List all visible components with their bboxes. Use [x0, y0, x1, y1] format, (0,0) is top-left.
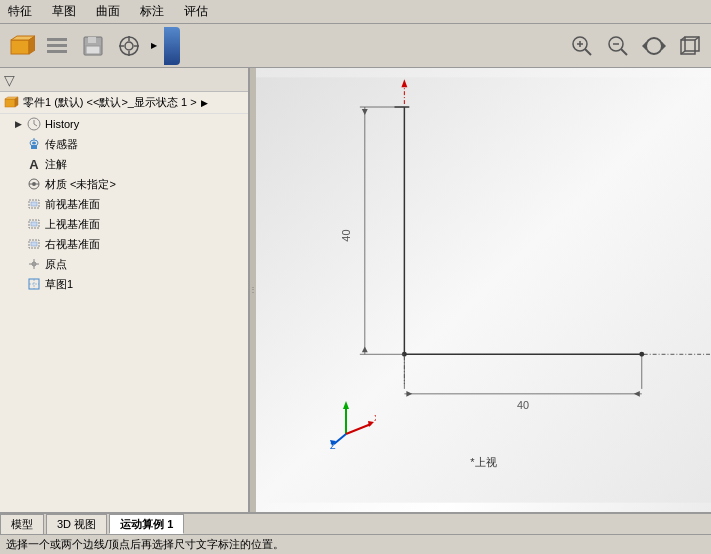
- status-text: 选择一个或两个边线/顶点后再选择尺寸文字标注的位置。: [6, 537, 284, 552]
- svg-line-20: [621, 49, 627, 55]
- sensor-icon: [26, 136, 42, 152]
- svg-text:40: 40: [517, 399, 529, 411]
- tab-model[interactable]: 模型: [0, 514, 44, 534]
- svg-rect-3: [47, 38, 67, 41]
- tree-item-right-plane[interactable]: 右视基准面: [0, 234, 248, 254]
- origin-icon: [26, 256, 42, 272]
- menu-evaluate[interactable]: 评估: [180, 2, 212, 21]
- bottom-tabs: 模型 3D 视图 运动算例 1: [0, 512, 711, 534]
- view-label: *上视: [470, 455, 496, 470]
- right-plane-label: 右视基准面: [45, 237, 100, 252]
- history-label: History: [45, 118, 79, 130]
- svg-rect-8: [86, 46, 100, 54]
- tab-motion-example[interactable]: 运动算例 1: [109, 514, 184, 534]
- svg-rect-4: [47, 44, 67, 47]
- sketch1-label: 草图1: [45, 277, 73, 292]
- part-header-arrow: ▶: [201, 98, 208, 108]
- part-header-icon: [4, 95, 20, 111]
- svg-marker-78: [343, 401, 349, 409]
- status-bar: 选择一个或两个边线/顶点后再选择尺寸文字标注的位置。: [0, 534, 711, 554]
- part-header[interactable]: 零件1 (默认) <<默认>_显示状态 1 > ▶: [0, 92, 248, 114]
- part-button[interactable]: [4, 29, 38, 63]
- svg-point-37: [32, 142, 36, 145]
- annotation-icon: A: [26, 156, 42, 172]
- view-3d-button[interactable]: [673, 29, 707, 63]
- main-area: ▽ 零件1 (默认) <<默认>_显示状态 1 > ▶ ▶: [0, 68, 711, 512]
- rotate-button[interactable]: [637, 29, 671, 63]
- svg-text:Z: Z: [330, 441, 336, 449]
- svg-rect-46: [31, 222, 37, 226]
- tree-item-history[interactable]: ▶ History: [0, 114, 248, 134]
- tree-item-material[interactable]: 材质 <未指定>: [0, 174, 248, 194]
- svg-marker-23: [642, 42, 646, 50]
- sketch1-icon: [26, 276, 42, 292]
- filter-bar: ▽: [0, 68, 248, 92]
- menu-annotation[interactable]: 标注: [136, 2, 168, 21]
- front-plane-label: 前视基准面: [45, 197, 100, 212]
- expand-history[interactable]: ▶: [12, 118, 24, 130]
- svg-line-79: [346, 424, 371, 434]
- svg-rect-44: [31, 202, 37, 206]
- svg-text:40: 40: [340, 230, 352, 242]
- svg-line-34: [34, 124, 37, 126]
- tree-item-sketch1[interactable]: 草图1: [0, 274, 248, 294]
- feature-manager-button[interactable]: [40, 29, 74, 63]
- material-icon: [26, 176, 42, 192]
- filter-icon: ▽: [4, 72, 15, 88]
- canvas-area[interactable]: 40 40 X Z: [256, 68, 711, 512]
- svg-text:X: X: [374, 413, 376, 423]
- history-icon: [26, 116, 42, 132]
- axis-indicator: X Z: [316, 389, 376, 452]
- svg-line-82: [334, 434, 346, 444]
- left-panel: ▽ 零件1 (默认) <<默认>_显示状态 1 > ▶ ▶: [0, 68, 250, 512]
- target-button[interactable]: [112, 29, 146, 63]
- tree-item-top-plane[interactable]: 上视基准面: [0, 214, 248, 234]
- material-label: 材质 <未指定>: [45, 177, 116, 192]
- svg-point-40: [32, 182, 36, 186]
- tree-item-sensor[interactable]: 传感器: [0, 134, 248, 154]
- zoom-fit-button[interactable]: [565, 29, 599, 63]
- tree-container[interactable]: ▶ History: [0, 114, 248, 512]
- svg-point-76: [639, 352, 644, 357]
- sensor-label: 传感器: [45, 137, 78, 152]
- menu-sketch[interactable]: 草图: [48, 2, 80, 21]
- annotation-label: 注解: [45, 157, 67, 172]
- part-header-label: 零件1 (默认) <<默认>_显示状态 1 >: [23, 95, 197, 110]
- top-plane-label: 上视基准面: [45, 217, 100, 232]
- toolbar-more-arrow[interactable]: ▶: [148, 29, 160, 63]
- svg-point-10: [125, 42, 133, 50]
- save-button[interactable]: [76, 29, 110, 63]
- svg-marker-31: [15, 97, 18, 107]
- svg-rect-5: [47, 50, 67, 53]
- svg-line-16: [585, 49, 591, 55]
- tree-item-front-plane[interactable]: 前视基准面: [0, 194, 248, 214]
- tree-item-origin[interactable]: 原点: [0, 254, 248, 274]
- toolbar-accent: [164, 27, 180, 65]
- toolbar: ▶: [0, 24, 711, 68]
- svg-rect-48: [31, 242, 37, 246]
- right-plane-icon: [26, 236, 42, 252]
- zoom-out-button[interactable]: [601, 29, 635, 63]
- menu-surface[interactable]: 曲面: [92, 2, 124, 21]
- top-plane-icon: [26, 216, 42, 232]
- tree-item-annotation[interactable]: A 注解: [0, 154, 248, 174]
- toolbar-right: [565, 29, 707, 63]
- menu-feature[interactable]: 特征: [4, 2, 36, 21]
- front-plane-icon: [26, 196, 42, 212]
- origin-label: 原点: [45, 257, 67, 272]
- tab-3d-view[interactable]: 3D 视图: [46, 514, 107, 534]
- menu-bar: 特征 草图 曲面 标注 评估: [0, 0, 711, 24]
- svg-rect-7: [88, 37, 96, 43]
- svg-rect-0: [11, 40, 29, 54]
- svg-rect-29: [5, 99, 15, 107]
